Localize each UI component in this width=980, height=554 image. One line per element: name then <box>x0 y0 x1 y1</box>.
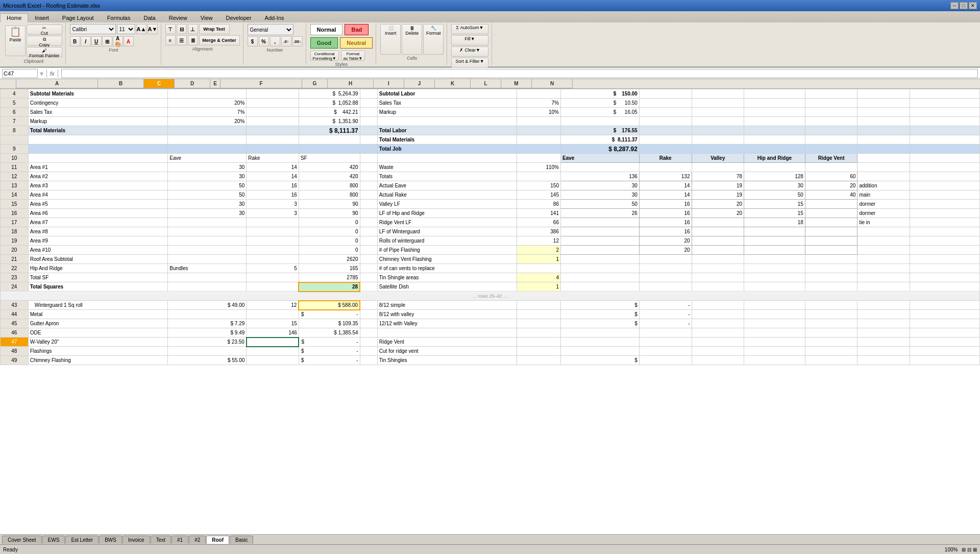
cell-D6[interactable]: $ 442.21 <box>299 108 360 117</box>
cell-L8[interactable] <box>805 126 857 135</box>
cell-C15[interactable]: 3 <box>247 200 299 209</box>
format-painter-button[interactable]: 🖌 Format Painter <box>27 47 62 57</box>
row-num-22[interactable]: 22 <box>1 264 29 273</box>
cell-M47[interactable] <box>857 338 910 347</box>
cell-A12[interactable]: Area #2 <box>28 172 168 181</box>
style-good[interactable]: Good <box>310 37 338 49</box>
cell-K17[interactable]: 18 <box>744 218 805 227</box>
cell-E14[interactable] <box>360 190 377 200</box>
cell-K8[interactable] <box>744 126 805 135</box>
cell-F8b[interactable]: Total Materials <box>377 135 517 144</box>
cell-F4[interactable]: Subtotal Labor <box>377 89 517 99</box>
cell-G44[interactable] <box>517 310 561 319</box>
cell-A43[interactable]: Winterguard 1 Sq roll <box>28 301 168 310</box>
row-num-45[interactable]: 45 <box>1 319 29 328</box>
cell-A46[interactable]: ODE <box>28 328 168 338</box>
align-left-button[interactable]: ≡ <box>165 35 176 45</box>
col-header-F[interactable]: F <box>220 79 302 88</box>
tab-num1[interactable]: #1 <box>172 536 188 544</box>
cell-E16[interactable] <box>360 209 377 218</box>
cell-F6[interactable]: Markup <box>377 108 517 117</box>
cell-E44[interactable] <box>360 310 377 319</box>
cell-L19[interactable] <box>805 236 857 246</box>
cell-C23[interactable] <box>247 273 299 282</box>
cell-H22[interactable] <box>560 264 639 273</box>
cut-button[interactable]: ✂ Cut <box>27 25 62 35</box>
cell-B43[interactable]: $ 49.00 <box>168 301 247 310</box>
cell-C45[interactable]: 15 <box>247 319 299 328</box>
copy-button[interactable]: ⧉ Copy <box>27 36 62 46</box>
cell-J20[interactable] <box>692 246 744 255</box>
cell-N19[interactable] <box>910 236 980 246</box>
cell-H18[interactable] <box>560 227 639 236</box>
cell-I16[interactable]: 16 <box>639 209 692 218</box>
cell-E23[interactable] <box>360 273 377 282</box>
col-header-H[interactable]: H <box>328 79 374 88</box>
cell-A49[interactable]: Chimney Flashing <box>28 356 168 365</box>
insert-button[interactable]: ⬜ Insert <box>380 24 401 55</box>
style-bad[interactable]: Bad <box>345 24 369 35</box>
cell-J49[interactable] <box>692 356 744 365</box>
cell-I5[interactable] <box>639 99 692 108</box>
cell-F8[interactable]: Total Labor <box>377 126 517 135</box>
dollar-button[interactable]: $ <box>248 36 258 46</box>
cell-G20[interactable]: 2 <box>517 246 561 255</box>
cell-L16[interactable] <box>805 209 857 218</box>
cell-K13[interactable]: 30 <box>744 181 805 190</box>
cell-J4[interactable] <box>692 89 744 99</box>
row-num-8[interactable]: 8 <box>1 126 29 135</box>
cell-B9[interactable] <box>168 144 247 154</box>
cell-N44[interactable] <box>910 310 980 319</box>
cell-B23[interactable] <box>168 273 247 282</box>
cell-E22[interactable] <box>360 264 377 273</box>
cell-F48[interactable]: Cut for ridge vent <box>377 347 517 356</box>
cell-F47[interactable]: Ridge Vent <box>377 338 517 347</box>
font-color-button[interactable]: A <box>124 36 134 46</box>
cell-M49[interactable] <box>857 356 910 365</box>
cell-M43[interactable] <box>857 301 910 310</box>
cell-A16[interactable]: Area #6 <box>28 209 168 218</box>
col-header-A[interactable]: A <box>16 79 98 88</box>
cell-G13[interactable]: 150 <box>517 181 561 190</box>
cell-E46[interactable] <box>360 328 377 338</box>
row-num-23[interactable]: 23 <box>1 273 29 282</box>
cell-C24[interactable] <box>247 282 299 292</box>
col-header-I[interactable]: I <box>374 79 404 88</box>
row-num-17[interactable]: 17 <box>1 218 29 227</box>
cell-J15[interactable]: 20 <box>692 200 744 209</box>
cell-N45[interactable] <box>910 319 980 328</box>
cell-N23[interactable] <box>910 273 980 282</box>
cell-L5[interactable] <box>805 99 857 108</box>
cell-E49[interactable] <box>360 356 377 365</box>
cell-I44[interactable]: - <box>639 310 692 319</box>
cell-B16[interactable]: 30 <box>168 209 247 218</box>
cell-D9[interactable] <box>299 144 360 154</box>
cell-C18[interactable] <box>247 227 299 236</box>
cell-N15[interactable] <box>910 200 980 209</box>
cell-D22[interactable]: 165 <box>299 264 360 273</box>
cell-K48[interactable] <box>744 347 805 356</box>
cell-H46[interactable] <box>560 328 639 338</box>
align-center-button[interactable]: ☰ <box>177 35 187 45</box>
tab-data[interactable]: Data <box>137 13 162 22</box>
cell-D48[interactable]: $ - <box>299 347 360 356</box>
cell-F18[interactable]: LF of Winterguard <box>377 227 517 236</box>
cell-C22[interactable]: 5 <box>247 264 299 273</box>
cell-D12[interactable]: 420 <box>299 172 360 181</box>
cell-F44[interactable]: 8/12 with valley <box>377 310 517 319</box>
cell-H9[interactable]: $ 8,287.92 <box>560 144 639 154</box>
cell-H19[interactable] <box>560 236 639 246</box>
cell-N18[interactable] <box>910 227 980 236</box>
cell-M24[interactable] <box>857 282 910 292</box>
cell-K8b[interactable] <box>744 135 805 144</box>
cell-G8[interactable] <box>517 126 561 135</box>
cell-F13[interactable]: Actual Eave <box>377 181 517 190</box>
cell-M44[interactable] <box>857 310 910 319</box>
cell-G16[interactable]: 141 <box>517 209 561 218</box>
underline-button[interactable]: U <box>91 36 102 46</box>
cell-L10[interactable]: Ridge Vent <box>805 154 857 163</box>
cell-F11[interactable]: Waste <box>377 163 517 172</box>
cell-K47[interactable] <box>744 338 805 347</box>
cell-I8b[interactable] <box>639 135 692 144</box>
cell-E45[interactable] <box>360 319 377 328</box>
